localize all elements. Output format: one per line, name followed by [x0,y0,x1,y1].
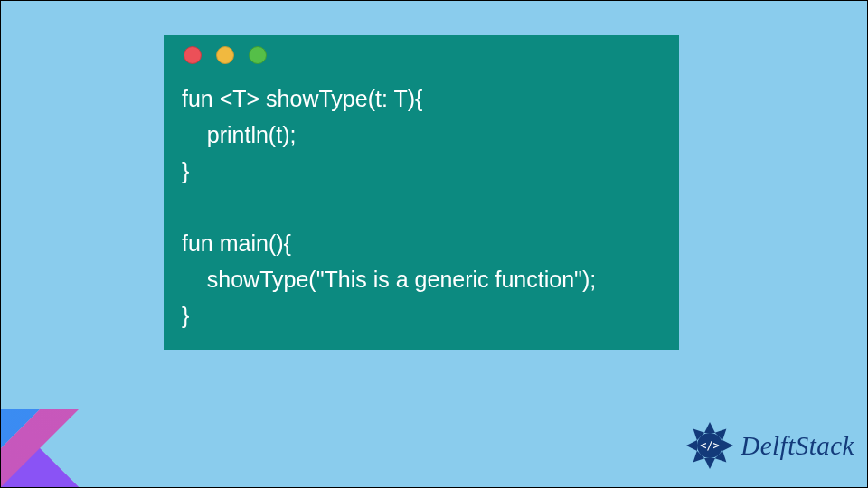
code-window: fun <T> showType(t: T){ println(t); } fu… [164,35,679,350]
svg-marker-5 [686,440,697,451]
close-icon [184,46,202,64]
maximize-icon [249,46,267,64]
svg-marker-4 [704,458,715,469]
svg-text:</>: </> [700,439,720,452]
slide-canvas: fun <T> showType(t: T){ println(t); } fu… [0,0,868,488]
brand-badge: </> DelftStack [684,420,854,471]
kotlin-logo-icon [1,409,79,487]
svg-marker-6 [722,440,733,451]
svg-marker-3 [704,422,715,433]
window-titlebar [164,35,679,75]
brand-logo-icon: </> [684,420,735,471]
brand-name: DelftStack [741,431,854,461]
minimize-icon [216,46,234,64]
code-block: fun <T> showType(t: T){ println(t); } fu… [164,75,679,337]
